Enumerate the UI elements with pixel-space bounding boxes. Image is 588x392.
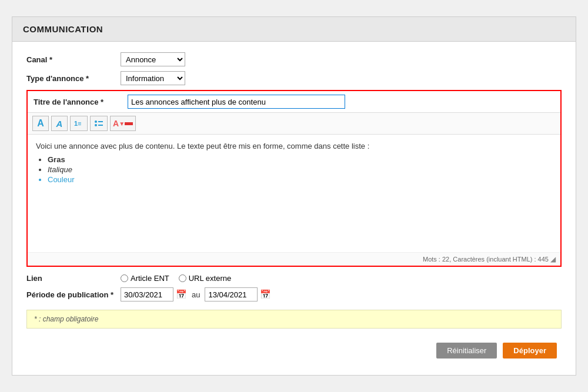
italic-button[interactable]: A [51, 116, 68, 131]
editor-title-label: Titre de l'annonce * [34, 98, 128, 106]
type-annonce-select[interactable]: Information Alerte Urgence [121, 71, 185, 85]
svg-rect-2 [98, 121, 103, 122]
word-char-count: Mots : 22, Caractères (incluant HTML) : … [423, 256, 549, 263]
canal-row: Canal * Annonce SMS Email [26, 52, 562, 66]
editor-list: Gras Italique Couleur [48, 155, 552, 184]
lien-url-externe-label: URL externe [189, 274, 232, 283]
page-content: Canal * Annonce SMS Email Type d'annonce… [12, 42, 576, 375]
deploy-button[interactable]: Déployer [503, 343, 557, 359]
color-picker-button[interactable]: A▼ [110, 116, 136, 131]
type-annonce-row: Type d'annonce * Information Alerte Urge… [26, 71, 562, 85]
lien-label: Lien [26, 274, 121, 283]
list-item-color: Couleur [48, 175, 552, 184]
date-to-wrap: 📅 [205, 287, 271, 301]
bullet-list-button[interactable] [90, 116, 108, 131]
svg-text:1≡: 1≡ [74, 120, 82, 127]
editor-title-row: Titre de l'annonce * [28, 91, 560, 113]
bold-button[interactable]: A [32, 116, 49, 131]
list-item-italic: Italique [48, 165, 552, 174]
editor-toolbar: A A 1≡ A▼ [28, 113, 560, 135]
cal-from-icon[interactable]: 📅 [176, 289, 187, 300]
lien-article-ent-label: Article ENT [131, 274, 169, 283]
page-container: COMMUNICATION Canal * Annonce SMS Email … [12, 16, 576, 376]
reset-button[interactable]: Réinitialiser [436, 343, 497, 359]
svg-point-1 [95, 120, 97, 123]
cal-to-icon[interactable]: 📅 [260, 289, 271, 300]
lien-url-externe-radio[interactable] [179, 274, 186, 282]
svg-rect-5 [125, 122, 133, 125]
lien-row: Lien Article ENT URL externe [26, 274, 562, 283]
lien-url-externe-option[interactable]: URL externe [179, 274, 232, 283]
page-header: COMMUNICATION [12, 17, 576, 42]
lien-article-ent-option[interactable]: Article ENT [121, 274, 169, 283]
lien-article-ent-radio[interactable] [121, 274, 128, 282]
svg-rect-4 [98, 125, 103, 126]
periode-row: Période de publication * 📅 au 📅 [26, 287, 562, 301]
button-row: Réinitialiser Déployer [26, 337, 562, 364]
date-to-input[interactable] [205, 287, 258, 301]
editor-intro: Voici une annonce avec plus de contenu. … [36, 142, 552, 150]
page-title: COMMUNICATION [23, 24, 565, 34]
editor-section: Titre de l'annonce * A A 1≡ [26, 90, 562, 267]
svg-point-3 [95, 124, 97, 126]
canal-select[interactable]: Annonce SMS Email [121, 52, 185, 66]
required-note: * : champ obligatoire [26, 310, 562, 329]
list-item-bold: Gras [48, 155, 552, 164]
periode-label: Période de publication * [26, 290, 121, 299]
editor-footer: Mots : 22, Caractères (incluant HTML) : … [28, 252, 560, 266]
date-separator: au [192, 290, 200, 299]
date-from-wrap: 📅 [121, 287, 187, 301]
type-annonce-label: Type d'annonce * [26, 74, 121, 83]
lien-radio-group: Article ENT URL externe [121, 274, 231, 283]
canal-label: Canal * [26, 55, 121, 64]
required-note-text: * : champ obligatoire [34, 315, 98, 323]
numbered-list-button[interactable]: 1≡ [70, 116, 88, 131]
date-from-input[interactable] [121, 287, 173, 301]
title-input[interactable] [128, 95, 345, 109]
editor-body[interactable]: Voici une annonce avec plus de contenu. … [28, 135, 560, 252]
